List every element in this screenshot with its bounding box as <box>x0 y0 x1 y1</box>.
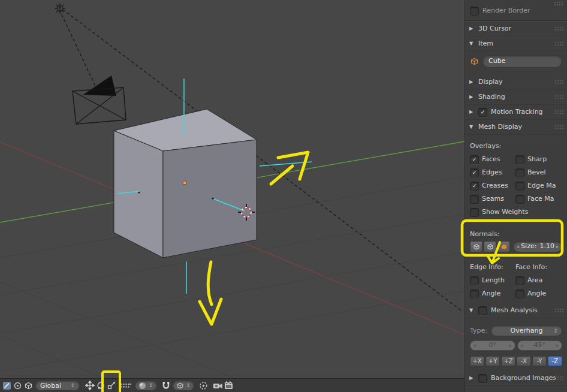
face-angle-toggle[interactable]: Angle <box>515 290 562 298</box>
face-marks-toggle[interactable]: Face Ma <box>515 195 562 204</box>
panel-grip[interactable] <box>554 125 564 129</box>
check-icon: ✓ <box>472 157 477 162</box>
label: Bevel <box>527 168 546 177</box>
checkbox <box>515 195 524 204</box>
object-name-value: Cube <box>488 57 505 65</box>
transform-orientation-dropdown[interactable]: Global ↕ <box>35 381 80 391</box>
panel-header-display[interactable]: ▶ Display <box>465 75 567 90</box>
panel-title: Display <box>478 78 503 86</box>
snap-magnet-button[interactable] <box>161 380 171 391</box>
checkbox <box>515 168 524 177</box>
check-icon: ✓ <box>472 183 477 189</box>
checkbox <box>515 276 524 285</box>
snap-element-dropdown[interactable]: ↕ <box>173 381 195 391</box>
panel-grip[interactable] <box>554 308 564 313</box>
object-mode-button[interactable] <box>23 380 34 391</box>
manipulator-scale-button[interactable] <box>106 380 117 391</box>
faces-toggle[interactable]: ✓ Faces <box>470 155 515 164</box>
pivot-point-button[interactable] <box>12 380 23 391</box>
panel-grip[interactable] <box>554 95 564 99</box>
check-icon: ✓ <box>472 170 477 176</box>
normals-size-stepper[interactable]: ◂ Size: 1.10 ▸ <box>513 242 562 252</box>
panel-header-3d-cursor[interactable]: ▶ 3D Cursor <box>465 22 567 37</box>
opengl-render-anim-button[interactable] <box>223 380 234 391</box>
layers-widget[interactable] <box>119 380 131 391</box>
motion-tracking-checkbox[interactable]: ✓ <box>478 108 487 117</box>
3d-viewport[interactable]: Global ↕ ↕ ↕ <box>0 0 465 392</box>
panel-grip[interactable] <box>554 1 563 6</box>
min-angle-field[interactable]: ◂ 0° ▸ <box>470 340 515 351</box>
panel-header-mesh-analysis[interactable]: ▼ Mesh Analysis <box>465 303 567 318</box>
panel-grip[interactable] <box>554 26 564 31</box>
item-panel-body: Cube <box>465 52 567 75</box>
axis-plus-z-button[interactable]: +Z <box>501 356 515 366</box>
edges-toggle[interactable]: ✓ Edges <box>470 168 515 177</box>
draw-mode-dropdown[interactable]: ↕ <box>135 381 157 391</box>
panel-header-background-images[interactable]: ▶ Background Images <box>465 371 567 386</box>
panel-grip[interactable] <box>554 110 564 114</box>
bevel-toggle[interactable]: Bevel <box>515 168 562 177</box>
panel-header-motion-tracking[interactable]: ▶ ✓ Motion Tracking <box>465 105 567 120</box>
checkbox <box>515 155 524 164</box>
axis-plus-y-button[interactable]: +Y <box>485 356 500 366</box>
face-normals-button[interactable] <box>497 241 510 252</box>
creases-toggle[interactable]: ✓ Creases <box>470 182 515 191</box>
viewport-canvas[interactable] <box>0 0 465 392</box>
edge-length-toggle[interactable]: Length <box>470 276 515 285</box>
vertex-normals-button[interactable] <box>470 241 482 252</box>
sharp-toggle[interactable]: Sharp <box>515 155 562 164</box>
show-weights-toggle[interactable]: Show Weights <box>470 208 562 217</box>
mesh-cube-icon <box>470 57 479 66</box>
seams-toggle[interactable]: Seams <box>470 195 515 204</box>
panel-grip[interactable] <box>554 41 564 46</box>
axis-minus-z-button[interactable]: -Z <box>548 356 562 366</box>
collapse-arrow-icon: ▶ <box>469 375 475 381</box>
dropdown-arrows-icon: ↕ <box>149 383 153 388</box>
panel-grip[interactable] <box>554 80 564 85</box>
render-border-toggle[interactable]: Render Border <box>470 5 562 17</box>
panel-header-shading[interactable]: ▶ Shading <box>465 90 567 105</box>
max-angle-field[interactable]: ◂ 45° ▸ <box>517 340 563 351</box>
edge-marks-toggle[interactable]: Edge Ma <box>515 182 562 191</box>
manipulator-rotate-button[interactable] <box>95 380 106 391</box>
expand-arrow-icon: ▼ <box>469 124 475 130</box>
expand-arrow-icon: ▼ <box>469 41 475 47</box>
stepper-right-icon[interactable]: ▸ <box>556 343 559 348</box>
axis-plus-x-button[interactable]: +X <box>470 356 484 366</box>
background-images-checkbox[interactable] <box>478 374 487 383</box>
axis-minus-y-button[interactable]: -Y <box>532 356 547 366</box>
panel-title: Item <box>478 40 493 48</box>
panel-header-item[interactable]: ▼ Item <box>465 37 567 52</box>
empty-axes-gizmo[interactable] <box>55 3 65 14</box>
axis-minus-x-button[interactable]: -X <box>517 356 531 366</box>
mesh-analysis-checkbox[interactable] <box>478 306 487 315</box>
analysis-type-dropdown[interactable]: Overhang ↕ <box>491 325 562 336</box>
checkbox <box>470 290 479 298</box>
face-area-toggle[interactable]: Area <box>515 276 562 285</box>
collapse-arrow-icon: ▶ <box>469 26 475 32</box>
snap-element-icon <box>176 382 184 390</box>
label: Angle <box>482 290 500 298</box>
panel-title: Mesh Display <box>478 123 522 131</box>
label: Faces <box>482 155 500 164</box>
label: Length <box>482 276 505 285</box>
editor-type-button[interactable] <box>1 380 12 391</box>
size-value: 1.10 <box>539 242 554 251</box>
stepper-right-icon[interactable]: ▸ <box>556 245 559 249</box>
manipulator-translate-button[interactable] <box>85 380 95 391</box>
snap-target-button[interactable] <box>198 380 209 391</box>
checkbox <box>470 276 479 285</box>
opengl-render-button[interactable] <box>212 380 223 391</box>
edge-angle-toggle[interactable]: Angle <box>470 290 515 298</box>
size-label: Size: <box>521 242 536 251</box>
split-normals-button[interactable] <box>484 241 496 252</box>
properties-sidebar: Render Border ▶ 3D Cursor ▼ Item Cube ▶ … <box>465 0 567 392</box>
label: Sharp <box>527 155 547 164</box>
label: Seams <box>482 195 504 203</box>
label: Angle <box>527 290 546 298</box>
panel-grip[interactable] <box>554 376 564 381</box>
camera-object[interactable] <box>73 76 126 124</box>
object-name-field[interactable]: Cube <box>482 55 562 68</box>
stepper-right-icon[interactable]: ▸ <box>509 343 511 348</box>
panel-header-mesh-display[interactable]: ▼ Mesh Display <box>465 120 567 135</box>
